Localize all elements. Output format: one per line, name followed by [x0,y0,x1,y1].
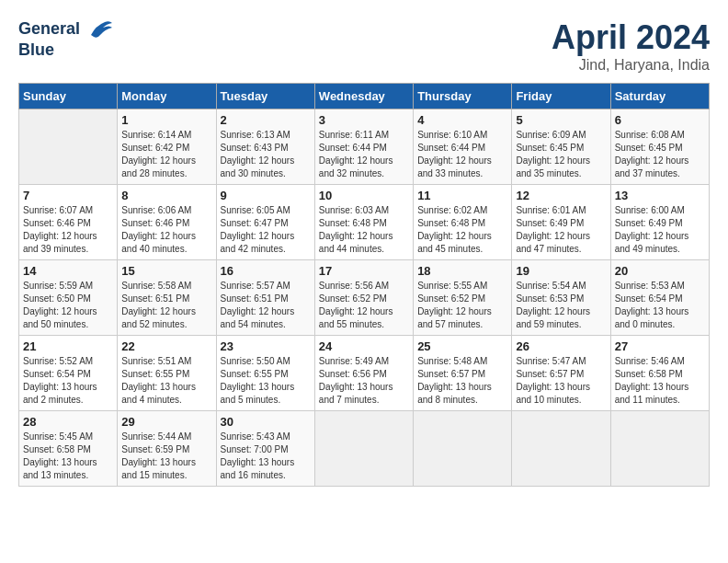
calendar-cell: 26Sunrise: 5:47 AMSunset: 6:57 PMDayligh… [512,336,610,411]
calendar-cell: 17Sunrise: 5:56 AMSunset: 6:52 PMDayligh… [314,260,413,336]
day-detail: Sunrise: 6:10 AMSunset: 6:44 PMDaylight:… [417,129,507,180]
day-detail: Sunrise: 5:58 AMSunset: 6:51 PMDaylight:… [121,280,211,331]
day-detail: Sunrise: 5:44 AMSunset: 6:59 PMDaylight:… [121,431,211,482]
calendar-cell: 28Sunrise: 5:45 AMSunset: 6:58 PMDayligh… [19,411,118,487]
day-number: 3 [319,113,409,127]
day-number: 24 [319,339,409,353]
calendar-cell: 11Sunrise: 6:02 AMSunset: 6:48 PMDayligh… [414,185,512,260]
day-detail: Sunrise: 6:09 AMSunset: 6:45 PMDaylight:… [516,129,606,180]
week-row-1: 1Sunrise: 6:14 AMSunset: 6:42 PMDaylight… [19,109,710,185]
calendar-cell: 9Sunrise: 6:05 AMSunset: 6:47 PMDaylight… [216,185,314,260]
day-detail: Sunrise: 6:03 AMSunset: 6:48 PMDaylight:… [319,204,409,256]
week-row-3: 14Sunrise: 5:59 AMSunset: 6:50 PMDayligh… [19,260,710,336]
day-number: 7 [23,189,113,202]
day-detail: Sunrise: 5:43 AMSunset: 7:00 PMDaylight:… [221,431,311,482]
day-number: 19 [516,264,606,278]
day-detail: Sunrise: 6:01 AMSunset: 6:49 PMDaylight:… [516,204,606,256]
calendar-cell: 12Sunrise: 6:01 AMSunset: 6:49 PMDayligh… [512,185,610,260]
day-detail: Sunrise: 6:07 AMSunset: 6:46 PMDaylight:… [23,204,113,256]
calendar-cell: 2Sunrise: 6:13 AMSunset: 6:43 PMDaylight… [216,109,314,185]
calendar-cell [610,411,709,487]
day-number: 18 [417,264,507,278]
day-detail: Sunrise: 5:46 AMSunset: 6:58 PMDaylight:… [615,355,705,407]
day-detail: Sunrise: 5:56 AMSunset: 6:52 PMDaylight:… [319,280,409,331]
day-number: 21 [23,339,113,353]
title-block: April 2024 Jind, Haryana, India [552,18,710,74]
logo-line1: General [18,18,114,40]
day-detail: Sunrise: 6:05 AMSunset: 6:47 PMDaylight:… [221,204,311,256]
calendar-cell: 18Sunrise: 5:55 AMSunset: 6:52 PMDayligh… [414,260,512,336]
header-day-sunday: Sunday [19,84,118,109]
day-number: 5 [516,113,606,127]
day-number: 17 [319,264,409,278]
calendar-cell [512,411,610,487]
day-number: 28 [23,415,113,429]
day-detail: Sunrise: 6:06 AMSunset: 6:46 PMDaylight:… [121,204,211,256]
day-detail: Sunrise: 5:55 AMSunset: 6:52 PMDaylight:… [417,280,507,331]
day-number: 15 [121,264,211,278]
calendar-cell [314,411,413,487]
week-row-5: 28Sunrise: 5:45 AMSunset: 6:58 PMDayligh… [19,411,710,487]
calendar-cell: 15Sunrise: 5:58 AMSunset: 6:51 PMDayligh… [118,260,216,336]
calendar-cell: 30Sunrise: 5:43 AMSunset: 7:00 PMDayligh… [216,411,314,487]
calendar-cell: 27Sunrise: 5:46 AMSunset: 6:58 PMDayligh… [610,336,709,411]
page-header: General Blue April 2024 Jind, Haryana, I… [18,18,710,74]
day-detail: Sunrise: 5:45 AMSunset: 6:58 PMDaylight:… [23,431,113,482]
day-number: 27 [615,339,705,353]
day-number: 30 [221,415,311,429]
day-number: 4 [417,113,507,127]
location: Jind, Haryana, India [552,57,710,74]
day-number: 14 [23,264,113,278]
calendar-cell: 16Sunrise: 5:57 AMSunset: 6:51 PMDayligh… [216,260,314,336]
day-detail: Sunrise: 5:54 AMSunset: 6:53 PMDaylight:… [516,280,606,331]
logo-line2: Blue [18,40,114,61]
header-day-monday: Monday [118,84,216,109]
day-number: 6 [615,113,705,127]
day-detail: Sunrise: 5:59 AMSunset: 6:50 PMDaylight:… [23,280,113,331]
header-day-tuesday: Tuesday [216,84,314,109]
calendar-cell: 8Sunrise: 6:06 AMSunset: 6:46 PMDaylight… [118,185,216,260]
day-detail: Sunrise: 5:47 AMSunset: 6:57 PMDaylight:… [516,355,606,407]
day-number: 10 [319,189,409,202]
calendar-cell [19,109,118,185]
header-row: SundayMondayTuesdayWednesdayThursdayFrid… [19,84,710,109]
calendar-cell: 19Sunrise: 5:54 AMSunset: 6:53 PMDayligh… [512,260,610,336]
day-number: 12 [516,189,606,202]
day-detail: Sunrise: 5:49 AMSunset: 6:56 PMDaylight:… [319,355,409,407]
day-detail: Sunrise: 6:08 AMSunset: 6:45 PMDaylight:… [615,129,705,180]
day-number: 29 [121,415,211,429]
day-number: 16 [221,264,311,278]
day-number: 2 [221,113,311,127]
day-number: 20 [615,264,705,278]
header-day-thursday: Thursday [414,84,512,109]
day-number: 9 [221,189,311,202]
calendar-cell: 6Sunrise: 6:08 AMSunset: 6:45 PMDaylight… [610,109,709,185]
calendar-cell: 23Sunrise: 5:50 AMSunset: 6:55 PMDayligh… [216,336,314,411]
calendar-cell: 25Sunrise: 5:48 AMSunset: 6:57 PMDayligh… [414,336,512,411]
calendar-cell [414,411,512,487]
day-detail: Sunrise: 5:48 AMSunset: 6:57 PMDaylight:… [417,355,507,407]
week-row-4: 21Sunrise: 5:52 AMSunset: 6:54 PMDayligh… [19,336,710,411]
calendar-cell: 29Sunrise: 5:44 AMSunset: 6:59 PMDayligh… [118,411,216,487]
day-detail: Sunrise: 5:51 AMSunset: 6:55 PMDaylight:… [121,355,211,407]
calendar-cell: 14Sunrise: 5:59 AMSunset: 6:50 PMDayligh… [19,260,118,336]
calendar-cell: 4Sunrise: 6:10 AMSunset: 6:44 PMDaylight… [414,109,512,185]
day-number: 8 [121,189,211,202]
logo: General Blue [18,18,114,61]
calendar-cell: 22Sunrise: 5:51 AMSunset: 6:55 PMDayligh… [118,336,216,411]
day-number: 11 [417,189,507,202]
day-number: 13 [615,189,705,202]
header-day-saturday: Saturday [610,84,709,109]
day-number: 26 [516,339,606,353]
day-detail: Sunrise: 5:57 AMSunset: 6:51 PMDaylight:… [221,280,311,331]
day-number: 23 [221,339,311,353]
calendar-cell: 1Sunrise: 6:14 AMSunset: 6:42 PMDaylight… [118,109,216,185]
calendar-cell: 10Sunrise: 6:03 AMSunset: 6:48 PMDayligh… [314,185,413,260]
calendar-cell: 13Sunrise: 6:00 AMSunset: 6:49 PMDayligh… [610,185,709,260]
day-number: 1 [121,113,211,127]
header-day-friday: Friday [512,84,610,109]
calendar-cell: 21Sunrise: 5:52 AMSunset: 6:54 PMDayligh… [19,336,118,411]
week-row-2: 7Sunrise: 6:07 AMSunset: 6:46 PMDaylight… [19,185,710,260]
calendar-cell: 3Sunrise: 6:11 AMSunset: 6:44 PMDaylight… [314,109,413,185]
day-detail: Sunrise: 6:11 AMSunset: 6:44 PMDaylight:… [319,129,409,180]
